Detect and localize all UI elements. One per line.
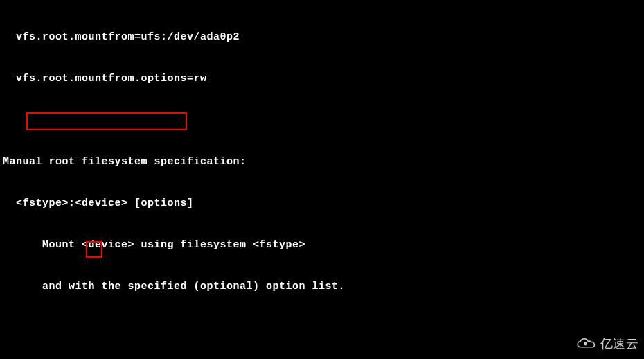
terminal-line: Mount <device> using filesystem <fstype> bbox=[3, 238, 644, 252]
terminal-line: vfs.root.mountfrom.options=rw bbox=[3, 72, 644, 86]
terminal-line: <fstype>:<device> [options] bbox=[3, 197, 644, 211]
terminal-line bbox=[3, 114, 644, 128]
svg-point-0 bbox=[584, 342, 587, 346]
terminal-line bbox=[3, 322, 644, 335]
terminal-line: and with the specified (optional) option… bbox=[3, 280, 644, 294]
watermark-text: 亿速云 bbox=[600, 337, 639, 351]
terminal-line: vfs.root.mountfrom=ufs:/dev/ada0p2 bbox=[3, 30, 644, 44]
terminal-line: Manual root filesystem specification: bbox=[3, 155, 644, 169]
terminal-output: vfs.root.mountfrom=ufs:/dev/ada0p2 vfs.r… bbox=[0, 0, 644, 359]
cloud-icon bbox=[575, 337, 598, 351]
watermark: 亿速云 bbox=[575, 337, 639, 351]
